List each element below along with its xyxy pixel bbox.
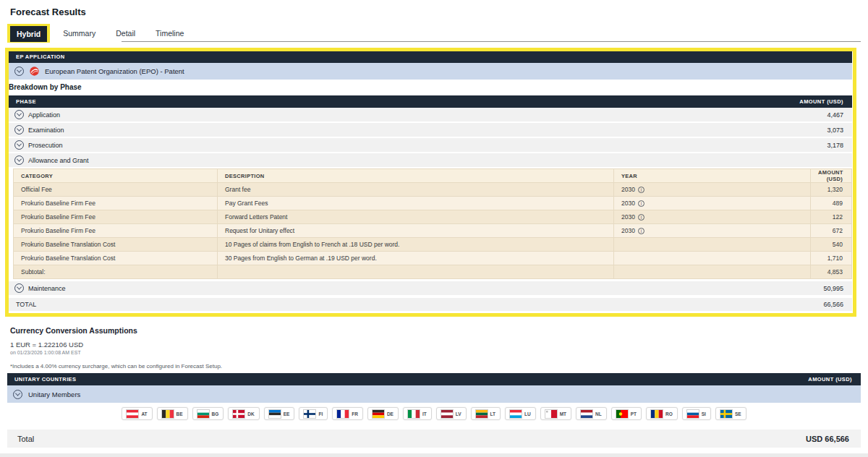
phase-row: Application4,467 (9, 108, 852, 123)
tab-summary[interactable]: Summary (56, 25, 103, 41)
flag-fi-icon (304, 410, 315, 418)
phase-rows: Application4,467Examination3,073Prosecut… (9, 108, 852, 168)
country-code: LT (490, 411, 495, 417)
chevron-down-icon[interactable] (14, 155, 24, 165)
phase-amount: 3,073 (827, 127, 843, 134)
phase-label: Prosecution (28, 142, 63, 149)
currency-conversion-section: Currency Conversion Assumptions 1 EUR = … (10, 326, 222, 370)
year-cell (614, 252, 811, 265)
description-column-label: DESCRIPTION (218, 169, 614, 183)
ep-total-label: TOTAL (16, 301, 36, 308)
chevron-down-icon[interactable] (14, 125, 24, 134)
tab-detail[interactable]: Detail (109, 25, 142, 41)
amount-usd-column-label: AMOUNT (USD) (811, 169, 852, 183)
maintenance-amount: 50,995 (823, 285, 843, 292)
annotation-highlight-tab: Hybrid (7, 24, 50, 43)
info-icon[interactable]: i (638, 187, 644, 193)
amount-cell: 540 (811, 238, 852, 252)
category-table: CATEGORY DESCRIPTION YEAR AMOUNT (USD) O… (13, 168, 852, 279)
flag-it-icon (408, 410, 420, 418)
grand-total-amount: USD 66,566 (806, 435, 849, 443)
description-cell: 30 Pages from English to German at .19 U… (218, 252, 614, 265)
phase-label: Allowance and Grant (28, 157, 89, 164)
phase-row: Allowance and Grant (9, 153, 852, 168)
description-cell: Forward Letters Patent (218, 210, 614, 224)
chevron-down-icon[interactable] (14, 110, 24, 119)
phase-amount: 3,178 (827, 142, 843, 149)
category-cell: Official Fee (14, 183, 218, 197)
grand-total-row: Total USD 66,566 (7, 430, 861, 448)
category-row: Official FeeGrant fee2030i1,320 (14, 183, 852, 197)
category-cell: Prokurio Baseline Firm Fee (14, 197, 218, 210)
country-code: MT (560, 411, 566, 417)
year-cell (614, 238, 811, 252)
country-code: NL (595, 411, 602, 417)
ep-application-header-label: EP APPLICATION (16, 54, 65, 60)
maintenance-label: Maintenance (28, 285, 66, 292)
unitary-countries-section: UNITARY COUNTRIES AMOUNT (USD) Unitary M… (7, 373, 861, 403)
country-chip-fi: FI (299, 407, 328, 420)
unitary-countries-header: UNITARY COUNTRIES AMOUNT (USD) (7, 373, 861, 385)
description-cell: 10 Pages of claims from English to Frenc… (218, 238, 614, 252)
phase-label: Examination (28, 127, 64, 134)
bottom-divider-bar (0, 453, 868, 457)
country-code: BG (212, 411, 219, 417)
country-code: LV (456, 411, 461, 417)
country-flag-chips: ATBEBGDKEEFIFRDEITLVLTLUMTNLPTROSISE (7, 407, 861, 420)
category-row: Subtotal:4,853 (14, 265, 852, 279)
phase-amount: 4,467 (827, 111, 843, 119)
country-chip-ro: RO (646, 407, 678, 420)
category-cell: Prokurio Baseline Translation Cost (14, 238, 218, 252)
phase-row: Prosecution3,178 (9, 138, 852, 153)
country-code: RO (665, 411, 673, 417)
country-chip-si: SI (682, 407, 711, 420)
info-icon[interactable]: i (638, 214, 644, 221)
year-cell: 2030i (614, 197, 811, 210)
description-cell: Pay Grant Fees (218, 197, 614, 210)
unitary-members-row[interactable]: Unitary Members (7, 385, 861, 403)
currency-rate: 1 EUR = 1.222106 USD (10, 341, 222, 349)
info-icon[interactable]: i (638, 228, 644, 234)
phase-table-header: PHASE AMOUNT (USD) (9, 95, 852, 108)
breakdown-by-phase-title: Breakdown by Phase (9, 83, 852, 91)
epo-org-row[interactable]: European Patent Organization (EPO) - Pat… (9, 63, 852, 80)
country-code: SE (735, 411, 741, 417)
epo-org-label: European Patent Organization (EPO) - Pat… (45, 67, 184, 75)
country-code: PT (631, 411, 637, 417)
tab-hybrid[interactable]: Hybrid (10, 26, 47, 42)
amount-column-label: AMOUNT (USD) (799, 98, 843, 105)
category-row: Prokurio Baseline Translation Cost30 Pag… (14, 252, 852, 265)
flag-pt-icon (616, 410, 628, 418)
flag-se-icon (720, 410, 732, 418)
ep-application-header: EP APPLICATION (9, 51, 852, 63)
amount-cell: 1,320 (811, 183, 852, 197)
description-cell: Grant fee (218, 183, 614, 197)
year-cell: 2030i (614, 210, 811, 224)
amount-cell: 672 (811, 224, 852, 238)
unitary-countries-header-label: UNITARY COUNTRIES (14, 376, 76, 383)
flag-mt-icon (545, 410, 557, 418)
country-chip-lv: LV (436, 407, 467, 420)
amount-cell: 4,853 (811, 265, 852, 279)
flag-dk-icon (233, 410, 244, 418)
category-cell: Subtotal: (14, 265, 218, 279)
chevron-down-icon[interactable] (13, 390, 22, 399)
chevron-down-icon[interactable] (14, 140, 24, 150)
phase-column-label: PHASE (16, 98, 36, 105)
country-chip-it: IT (403, 407, 432, 420)
phase-row: Examination3,073 (9, 123, 852, 138)
year-column-label: YEAR (614, 169, 811, 183)
country-code: SI (702, 411, 706, 417)
flag-ee-icon (269, 410, 281, 418)
description-cell (218, 265, 614, 279)
country-chip-se: SE (715, 407, 746, 420)
amount-cell: 489 (811, 197, 852, 210)
info-icon[interactable]: i (638, 200, 644, 207)
chevron-down-icon[interactable] (14, 283, 24, 293)
category-row: Prokurio Baseline Firm FeeForward Letter… (14, 210, 852, 224)
country-chip-nl: NL (576, 407, 607, 420)
country-code: LU (524, 411, 531, 417)
chevron-down-icon[interactable] (14, 67, 24, 76)
tab-timeline[interactable]: Timeline (148, 25, 191, 41)
country-chip-lt: LT (471, 407, 501, 420)
